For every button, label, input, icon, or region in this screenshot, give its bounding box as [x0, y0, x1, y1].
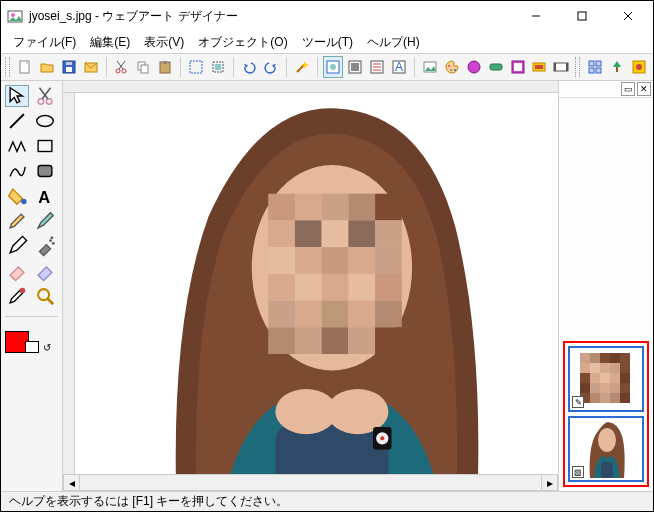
mode3-icon[interactable]: [367, 56, 387, 78]
menu-file[interactable]: ファイル(F): [7, 32, 82, 53]
close-button[interactable]: [605, 2, 651, 30]
cut-icon[interactable]: [111, 56, 131, 78]
svg-rect-87: [295, 247, 322, 274]
svg-point-67: [38, 289, 49, 300]
mode2-icon[interactable]: [345, 56, 365, 78]
svg-point-65: [51, 236, 54, 239]
anim-icon[interactable]: [551, 56, 571, 78]
svg-text:A: A: [395, 60, 403, 74]
window-title: jyosei_s.jpg - ウェブアート デザイナー: [29, 8, 513, 25]
tile-icon[interactable]: [585, 56, 605, 78]
airbrush-tool-icon[interactable]: [33, 235, 57, 257]
copy-icon[interactable]: [133, 56, 153, 78]
eraser2-tool-icon[interactable]: [33, 260, 57, 282]
bucket-tool-icon[interactable]: [5, 185, 29, 207]
svg-rect-116: [580, 373, 590, 383]
button-icon[interactable]: [486, 56, 506, 78]
palette-icon[interactable]: [442, 56, 462, 78]
scroll-right-button[interactable]: ▸: [541, 474, 558, 491]
paste-icon[interactable]: [155, 56, 175, 78]
effect-icon[interactable]: [629, 56, 649, 78]
undo-icon[interactable]: [239, 56, 259, 78]
svg-rect-118: [600, 373, 610, 383]
scissors-tool-icon[interactable]: [33, 85, 57, 107]
toolbar-grip-right[interactable]: [575, 57, 580, 77]
svg-point-66: [20, 288, 26, 294]
mode4-icon[interactable]: A: [389, 56, 409, 78]
pencil-tool-icon[interactable]: [5, 210, 29, 232]
brush-tool-icon[interactable]: [33, 210, 57, 232]
tree-icon[interactable]: [607, 56, 627, 78]
svg-line-68: [48, 299, 54, 305]
svg-rect-16: [141, 65, 148, 73]
wizard-icon[interactable]: [292, 56, 312, 78]
ellipse-tool-icon[interactable]: [33, 110, 57, 132]
eraser-tool-icon[interactable]: [5, 260, 29, 282]
swap-colors-icon[interactable]: ↺: [43, 342, 51, 353]
menu-object[interactable]: オブジェクト(O): [192, 32, 293, 53]
open-icon[interactable]: [37, 56, 57, 78]
roundrect-tool-icon[interactable]: [33, 160, 57, 182]
svg-rect-82: [295, 220, 322, 247]
canvas[interactable]: [75, 93, 558, 474]
horizontal-scrollbar[interactable]: ◂ ▸: [63, 474, 558, 491]
scroll-track[interactable]: [80, 474, 541, 491]
toolbar-grip[interactable]: [5, 57, 10, 77]
polyline-tool-icon[interactable]: [5, 135, 29, 157]
redo-icon[interactable]: [261, 56, 281, 78]
svg-rect-78: [322, 194, 349, 221]
minimize-button[interactable]: [513, 2, 559, 30]
curve-tool-icon[interactable]: [5, 160, 29, 182]
panel-undock-button[interactable]: ▭: [621, 82, 635, 96]
menu-tools[interactable]: ツール(T): [296, 32, 359, 53]
image-icon[interactable]: [420, 56, 440, 78]
rect-tool-icon[interactable]: [33, 135, 57, 157]
svg-rect-42: [535, 65, 543, 69]
svg-rect-3: [578, 12, 586, 20]
svg-point-53: [38, 99, 44, 105]
mode1-icon[interactable]: [323, 56, 343, 78]
layer-thumbnail-1[interactable]: ✎: [568, 346, 644, 412]
svg-rect-98: [322, 301, 349, 328]
text-tool-icon[interactable]: A: [33, 185, 57, 207]
layer-image-badge-icon: ▧: [572, 466, 584, 478]
photoframe-icon[interactable]: [508, 56, 528, 78]
svg-rect-84: [348, 220, 375, 247]
select-all-icon[interactable]: [186, 56, 206, 78]
svg-rect-21: [215, 64, 221, 70]
svg-rect-104: [348, 327, 375, 354]
svg-point-24: [330, 64, 336, 70]
rollover-icon[interactable]: [529, 56, 549, 78]
zoom-tool-icon[interactable]: [33, 285, 57, 307]
svg-point-1: [11, 13, 15, 17]
svg-rect-43: [554, 63, 568, 71]
pen-tool-icon[interactable]: [5, 235, 29, 257]
maximize-button[interactable]: [559, 2, 605, 30]
svg-rect-106: [580, 353, 590, 363]
line-tool-icon[interactable]: [5, 110, 29, 132]
menu-edit[interactable]: 編集(E): [84, 32, 136, 53]
crop-icon[interactable]: [208, 56, 228, 78]
new-icon[interactable]: [15, 56, 35, 78]
menu-view[interactable]: 表示(V): [138, 32, 190, 53]
pointer-tool-icon[interactable]: [5, 85, 29, 107]
svg-rect-108: [600, 353, 610, 363]
panel-close-button[interactable]: ✕: [637, 82, 651, 96]
scroll-left-button[interactable]: ◂: [63, 474, 80, 491]
svg-rect-46: [589, 61, 594, 66]
svg-rect-50: [616, 67, 618, 72]
svg-rect-130: [620, 393, 630, 403]
menu-help[interactable]: ヘルプ(H): [361, 32, 426, 53]
svg-rect-90: [375, 247, 402, 274]
svg-rect-99: [348, 301, 375, 328]
svg-rect-8: [66, 67, 72, 72]
svg-point-37: [468, 61, 480, 73]
layer-thumbnail-2[interactable]: ▧: [568, 416, 644, 482]
background-color[interactable]: [25, 341, 39, 353]
send-icon[interactable]: [81, 56, 101, 78]
svg-rect-127: [590, 393, 600, 403]
color-picker[interactable]: ↺: [5, 331, 58, 353]
eyedropper-tool-icon[interactable]: [5, 285, 29, 307]
logo-icon[interactable]: [464, 56, 484, 78]
save-icon[interactable]: [59, 56, 79, 78]
